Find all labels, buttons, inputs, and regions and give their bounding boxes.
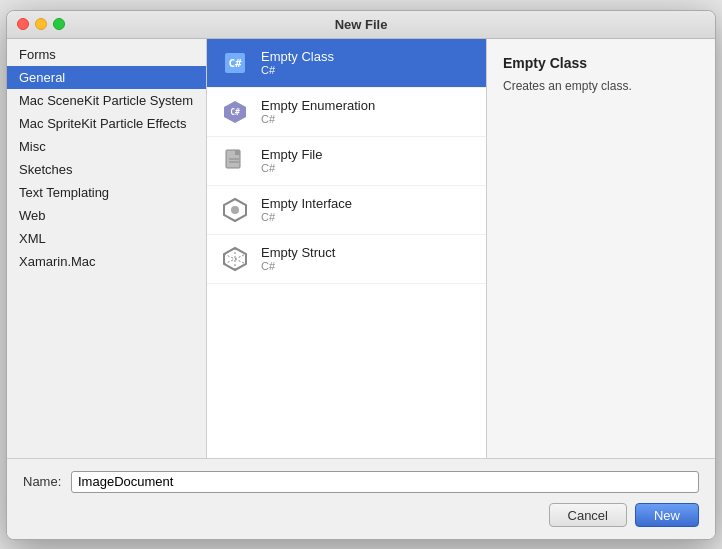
sidebar-item-misc[interactable]: Misc bbox=[7, 135, 206, 158]
titlebar: New File bbox=[7, 11, 715, 39]
file-sub-empty-enumeration: C# bbox=[261, 113, 375, 125]
detail-panel: Empty Class Creates an empty class. bbox=[487, 39, 715, 458]
file-list: C# Empty ClassC# C# Empty EnumerationC# … bbox=[207, 39, 487, 458]
file-icon bbox=[219, 145, 251, 177]
new-button[interactable]: New bbox=[635, 503, 699, 527]
file-item-empty-enumeration[interactable]: C# Empty EnumerationC# bbox=[207, 88, 486, 137]
minimize-button[interactable] bbox=[35, 18, 47, 30]
window-title: New File bbox=[335, 17, 388, 32]
file-sub-empty-interface: C# bbox=[261, 211, 352, 223]
name-row: Name: bbox=[23, 471, 699, 493]
file-sub-empty-file: C# bbox=[261, 162, 322, 174]
file-name-empty-interface: Empty Interface bbox=[261, 196, 352, 211]
maximize-button[interactable] bbox=[53, 18, 65, 30]
button-row: Cancel New bbox=[23, 503, 699, 527]
titlebar-buttons bbox=[17, 18, 65, 30]
svg-text:C#: C# bbox=[230, 108, 240, 117]
file-item-empty-struct[interactable]: Empty StructC# bbox=[207, 235, 486, 284]
sidebar-item-forms[interactable]: Forms bbox=[7, 43, 206, 66]
sidebar-item-mac-spritekit[interactable]: Mac SpriteKit Particle Effects bbox=[7, 112, 206, 135]
panels: FormsGeneralMac SceneKit Particle System… bbox=[7, 39, 715, 458]
file-name-empty-struct: Empty Struct bbox=[261, 245, 335, 260]
file-item-empty-interface[interactable]: Empty InterfaceC# bbox=[207, 186, 486, 235]
sidebar-item-sketches[interactable]: Sketches bbox=[7, 158, 206, 181]
sidebar-item-web[interactable]: Web bbox=[7, 204, 206, 227]
bottom-bar: Name: Cancel New bbox=[7, 458, 715, 539]
window: New File FormsGeneralMac SceneKit Partic… bbox=[6, 10, 716, 540]
svg-point-8 bbox=[231, 206, 239, 214]
file-item-empty-class[interactable]: C# Empty ClassC# bbox=[207, 39, 486, 88]
file-name-empty-enumeration: Empty Enumeration bbox=[261, 98, 375, 113]
sidebar-item-mac-scenekit[interactable]: Mac SceneKit Particle System bbox=[7, 89, 206, 112]
sidebar-item-general[interactable]: General bbox=[7, 66, 206, 89]
sidebar-item-xamarin-mac[interactable]: Xamarin.Mac bbox=[7, 250, 206, 273]
file-sub-empty-struct: C# bbox=[261, 260, 335, 272]
detail-title: Empty Class bbox=[503, 55, 699, 71]
enum-icon: C# bbox=[219, 96, 251, 128]
interface-icon bbox=[219, 194, 251, 226]
name-label: Name: bbox=[23, 474, 63, 489]
sidebar-item-text-templating[interactable]: Text Templating bbox=[7, 181, 206, 204]
sidebar: FormsGeneralMac SceneKit Particle System… bbox=[7, 39, 207, 458]
sidebar-item-xml[interactable]: XML bbox=[7, 227, 206, 250]
name-input[interactable] bbox=[71, 471, 699, 493]
detail-description: Creates an empty class. bbox=[503, 77, 699, 95]
svg-text:C#: C# bbox=[228, 57, 242, 70]
class-icon: C# bbox=[219, 47, 251, 79]
file-name-empty-class: Empty Class bbox=[261, 49, 334, 64]
file-item-empty-file[interactable]: Empty FileC# bbox=[207, 137, 486, 186]
file-name-empty-file: Empty File bbox=[261, 147, 322, 162]
struct-icon bbox=[219, 243, 251, 275]
content-area: FormsGeneralMac SceneKit Particle System… bbox=[7, 39, 715, 539]
file-sub-empty-class: C# bbox=[261, 64, 334, 76]
close-button[interactable] bbox=[17, 18, 29, 30]
cancel-button[interactable]: Cancel bbox=[549, 503, 627, 527]
